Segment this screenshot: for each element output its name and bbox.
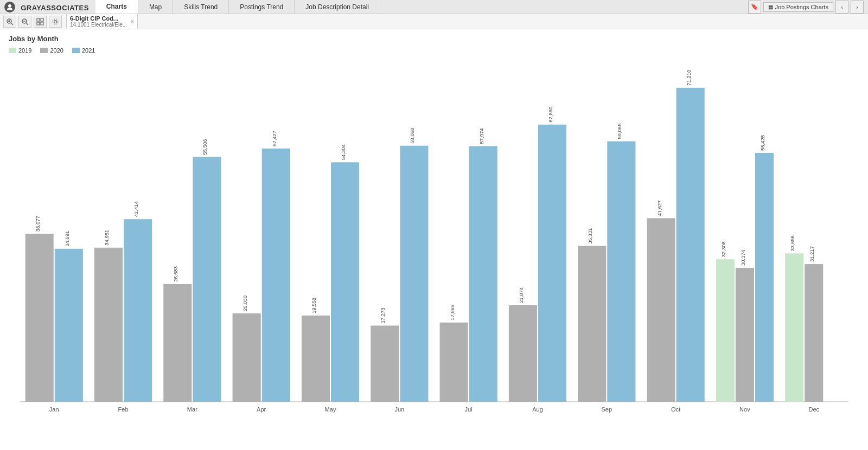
breadcrumb-close-button[interactable]: × <box>130 18 134 25</box>
svg-rect-28 <box>193 157 221 402</box>
top-nav: GRAYASSOCIATES Charts Map Skills Trend P… <box>0 0 868 14</box>
svg-text:Oct: Oct <box>671 406 680 413</box>
svg-text:17,965: 17,965 <box>449 305 455 320</box>
logo-icon <box>4 2 15 12</box>
svg-text:Mar: Mar <box>187 406 197 413</box>
svg-text:Dec: Dec <box>808 406 819 413</box>
svg-rect-43 <box>400 146 428 402</box>
tab-skills-trend[interactable]: Skills Trend <box>173 0 229 14</box>
legend-label-2021: 2021 <box>82 47 95 54</box>
svg-text:34,691: 34,691 <box>64 231 70 247</box>
svg-rect-23 <box>124 219 152 402</box>
svg-point-14 <box>53 19 58 24</box>
svg-point-0 <box>8 4 11 8</box>
svg-rect-38 <box>331 162 359 402</box>
svg-text:57,974: 57,974 <box>478 128 484 144</box>
svg-text:Feb: Feb <box>118 406 129 413</box>
svg-text:19,558: 19,558 <box>311 298 317 313</box>
svg-text:Nov: Nov <box>739 406 750 413</box>
svg-line-3 <box>11 23 14 25</box>
svg-text:Jun: Jun <box>394 406 404 413</box>
svg-rect-70 <box>755 153 774 402</box>
svg-text:Jan: Jan <box>49 406 59 413</box>
svg-text:58,068: 58,068 <box>409 128 415 144</box>
legend-2021: 2021 <box>72 47 95 54</box>
legend-2019: 2019 <box>9 47 31 54</box>
legend-label-2020: 2020 <box>50 47 63 54</box>
job-postings-charts-button[interactable]: ▦ Job Postings Charts <box>763 2 833 12</box>
svg-rect-75 <box>805 264 823 402</box>
svg-text:54,304: 54,304 <box>340 144 346 160</box>
svg-rect-61 <box>647 218 675 402</box>
svg-text:17,273: 17,273 <box>380 307 386 323</box>
svg-text:Aug: Aug <box>532 406 543 413</box>
svg-text:41,414: 41,414 <box>133 201 139 217</box>
svg-rect-51 <box>509 305 537 402</box>
svg-text:56,425: 56,425 <box>760 135 765 151</box>
svg-text:26,683: 26,683 <box>173 266 178 282</box>
bookmark-button[interactable]: 🔖 <box>748 1 761 14</box>
svg-text:71,210: 71,210 <box>686 70 692 86</box>
svg-rect-31 <box>233 313 261 402</box>
toolbar: 6-Digit CIP Cod... 14.1001 Electrical/El… <box>0 14 868 29</box>
svg-text:41,627: 41,627 <box>656 200 662 216</box>
svg-rect-63 <box>676 88 705 402</box>
svg-rect-41 <box>371 326 399 402</box>
legend-color-2019 <box>9 48 16 53</box>
chart-area: 38,07734,691Jan34,95141,414Feb26,68355,5… <box>9 60 859 429</box>
tab-job-description[interactable]: Job Description Detail <box>295 0 380 14</box>
svg-rect-26 <box>163 284 192 402</box>
svg-point-13 <box>54 20 57 23</box>
svg-text:Jul: Jul <box>465 406 473 413</box>
svg-text:57,427: 57,427 <box>271 131 277 146</box>
svg-text:20,030: 20,030 <box>242 295 248 311</box>
prev-button[interactable]: ‹ <box>835 1 848 14</box>
breadcrumb-tag: 6-Digit CIP Cod... 14.1001 Electrical/El… <box>66 14 138 29</box>
svg-rect-56 <box>578 246 606 402</box>
svg-text:33,656: 33,656 <box>789 235 795 251</box>
legend-color-2020 <box>40 48 48 53</box>
fit-button[interactable] <box>34 16 47 28</box>
nav-tabs: Charts Map Skills Trend Postings Trend J… <box>95 0 748 14</box>
legend-label-2019: 2019 <box>18 47 31 54</box>
zoom-in-button[interactable] <box>3 16 16 28</box>
svg-text:May: May <box>325 406 336 413</box>
svg-text:31,217: 31,217 <box>809 246 815 262</box>
legend-color-2021 <box>72 48 80 53</box>
svg-rect-46 <box>440 323 468 402</box>
svg-point-1 <box>7 8 12 10</box>
next-button[interactable]: › <box>851 1 864 14</box>
svg-rect-53 <box>538 125 566 402</box>
svg-text:55,506: 55,506 <box>202 139 208 155</box>
tab-postings-trend[interactable]: Postings Trend <box>229 0 295 14</box>
svg-text:35,331: 35,331 <box>587 228 593 244</box>
svg-rect-16 <box>25 234 54 402</box>
svg-line-7 <box>27 23 29 25</box>
svg-rect-48 <box>469 146 497 402</box>
svg-rect-9 <box>37 18 40 21</box>
nav-right: 🔖 ▦ Job Postings Charts ‹ › <box>748 1 864 14</box>
main-content: Jobs by Month 2019 2020 2021 38,07734,69… <box>0 29 868 434</box>
svg-text:Sep: Sep <box>601 406 612 413</box>
svg-rect-66 <box>716 259 735 402</box>
legend-2020: 2020 <box>40 47 63 54</box>
svg-rect-21 <box>94 248 123 402</box>
chart-title: Jobs by Month <box>9 35 859 43</box>
svg-text:Apr: Apr <box>257 406 266 413</box>
svg-text:32,308: 32,308 <box>720 241 726 257</box>
settings-button[interactable] <box>49 16 62 28</box>
svg-rect-10 <box>41 18 43 21</box>
svg-rect-73 <box>785 253 803 402</box>
tab-map[interactable]: Map <box>138 0 173 14</box>
bar-chart-svg: 38,07734,691Jan34,95141,414Feb26,68355,5… <box>9 60 859 429</box>
svg-text:59,065: 59,065 <box>616 124 622 139</box>
chart-legend: 2019 2020 2021 <box>9 47 859 54</box>
tab-charts[interactable]: Charts <box>95 0 138 14</box>
svg-rect-12 <box>41 22 43 25</box>
breadcrumb-label: 6-Digit CIP Cod... 14.1001 Electrical/El… <box>70 15 127 28</box>
zoom-out-button[interactable] <box>18 16 31 28</box>
svg-text:21,874: 21,874 <box>518 287 524 303</box>
svg-text:38,077: 38,077 <box>35 216 41 232</box>
svg-text:30,374: 30,374 <box>740 249 746 266</box>
svg-rect-33 <box>262 149 290 402</box>
